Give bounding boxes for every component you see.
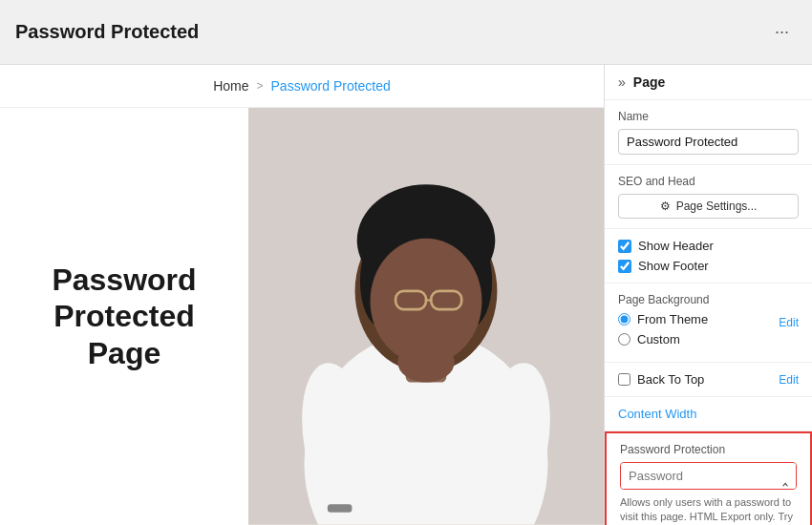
content-width-section: Content Width — [605, 397, 812, 431]
password-hint: Allows only users with a password to vis… — [620, 495, 797, 525]
page-bg-label: Page Background — [618, 293, 799, 306]
top-bar: Password Protected ··· — [0, 0, 812, 65]
back-to-top-section: Back To Top Edit — [605, 363, 812, 397]
name-section: Name — [605, 100, 812, 165]
gear-icon: ⚙ — [660, 200, 671, 213]
page-title: Password Protected — [15, 21, 199, 43]
panel-header: » Page — [605, 65, 812, 100]
show-header-checkbox[interactable] — [618, 240, 631, 253]
breadcrumb-nav: Home > Password Protected — [0, 65, 604, 108]
seo-section: SEO and Head ⚙ Page Settings... — [605, 165, 812, 229]
breadcrumb-current: Password Protected — [271, 78, 391, 94]
panel-title: Page — [633, 74, 665, 90]
name-input[interactable] — [618, 129, 799, 155]
page-settings-label: Page Settings... — [676, 200, 758, 213]
back-to-top-left: Back To Top — [618, 372, 704, 387]
name-label: Name — [618, 110, 799, 123]
back-to-top-row: Back To Top Edit — [618, 372, 799, 387]
hero-image — [248, 108, 604, 525]
show-header-row: Show Header — [618, 239, 799, 253]
header-footer-section: Show Header Show Footer — [605, 229, 812, 284]
hero-title: Password Protected Page — [29, 262, 220, 371]
show-footer-checkbox[interactable] — [618, 260, 631, 273]
page-settings-button[interactable]: ⚙ Page Settings... — [618, 194, 799, 219]
svg-rect-15 — [328, 504, 353, 513]
from-theme-radio-row: From Theme — [618, 312, 708, 326]
breadcrumb-home-link[interactable]: Home — [213, 78, 248, 94]
back-to-top-edit-link[interactable]: Edit — [779, 373, 799, 387]
from-theme-radio[interactable] — [618, 313, 630, 326]
menu-button[interactable]: ··· — [767, 18, 797, 46]
show-footer-row: Show Footer — [618, 259, 799, 273]
right-panel: » Page Name SEO and Head ⚙ Page Settings… — [604, 65, 812, 525]
custom-radio-row: Custom — [618, 332, 799, 346]
hero-area: Password Protected Page — [0, 108, 604, 525]
page-background-section: Page Background From Theme Edit Custom — [605, 284, 812, 363]
content-width-link[interactable]: Content Width — [618, 407, 696, 421]
svg-point-14 — [397, 342, 455, 383]
hero-text-block: Password Protected Page — [0, 108, 248, 525]
expand-icon[interactable]: » — [618, 74, 626, 90]
show-footer-label: Show Footer — [638, 259, 709, 273]
breadcrumb-separator: > — [257, 79, 264, 93]
password-input-wrapper: ‸ — [620, 462, 797, 490]
custom-label: Custom — [637, 332, 680, 346]
from-theme-row: From Theme Edit — [618, 312, 799, 332]
password-input[interactable] — [621, 463, 796, 489]
back-to-top-label: Back To Top — [637, 372, 704, 387]
back-to-top-checkbox[interactable] — [618, 373, 630, 386]
main-layout: Home > Password Protected Password Prote… — [0, 65, 812, 525]
custom-radio[interactable] — [618, 333, 630, 346]
show-header-label: Show Header — [638, 239, 714, 253]
from-theme-label: From Theme — [637, 312, 708, 326]
password-protection-section: Password Protection ‸ Allows only users … — [605, 431, 812, 525]
preview-area: Home > Password Protected Password Prote… — [0, 65, 604, 525]
password-protection-label: Password Protection — [620, 443, 797, 456]
seo-label: SEO and Head — [618, 175, 799, 188]
from-theme-edit-link[interactable]: Edit — [779, 316, 799, 329]
